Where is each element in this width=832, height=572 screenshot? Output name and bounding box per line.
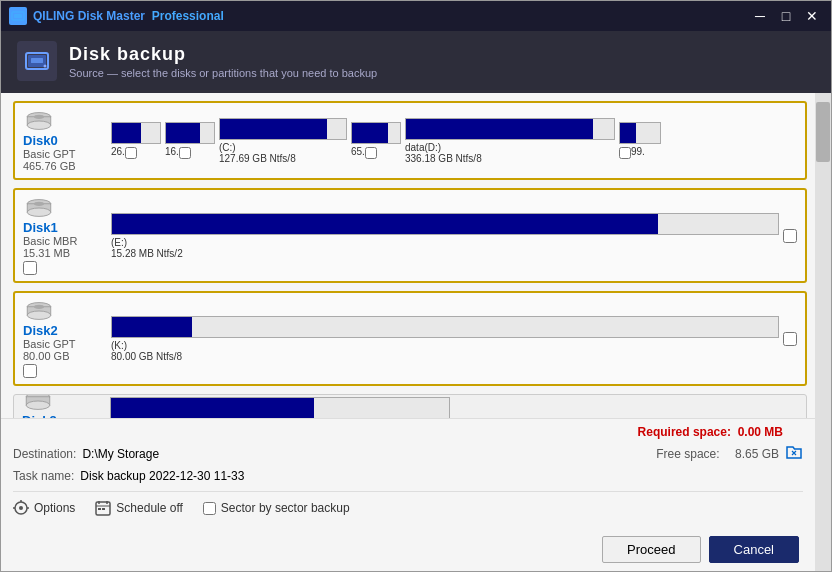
disk2-part1-checkbox[interactable] [783, 332, 797, 346]
disk-list[interactable]: Disk0 Basic GPT 465.76 GB 26. [1, 101, 815, 418]
svg-rect-1 [14, 14, 22, 18]
taskname-value: Disk backup 2022-12-30 11-33 [80, 469, 244, 483]
title-text: QILING Disk Master Professional [33, 9, 749, 23]
destination-left: Destination: D:\My Storage [13, 447, 159, 461]
disk0-part3[interactable]: (C:)127.69 GB Ntfs/8 [219, 118, 347, 164]
header-icon-box [17, 41, 57, 81]
title-bar: QILING Disk Master Professional ─ □ ✕ [1, 1, 831, 31]
disk0-name: Disk0 [23, 133, 58, 148]
disk0-part5-label: data(D:)336.18 GB Ntfs/8 [405, 142, 615, 164]
disk0-part6-label: 99. [619, 146, 661, 158]
disk-icon-3 [22, 394, 54, 413]
taskname-label: Task name: [13, 469, 74, 483]
content-area: Disk0 Basic GPT 465.76 GB 26. [1, 93, 831, 571]
destination-value: D:\My Storage [82, 447, 159, 461]
destination-row: Destination: D:\My Storage Free space: 8… [13, 443, 803, 465]
main-window: QILING Disk Master Professional ─ □ ✕ Di… [0, 0, 832, 572]
options-item[interactable]: Options [13, 500, 75, 516]
disk2-checkbox[interactable] [23, 364, 37, 378]
disk1-size: 15.31 MB [23, 247, 70, 259]
disk1-part1[interactable]: (E:)15.28 MB Ntfs/2 [111, 213, 779, 259]
disk1-checkbox[interactable] [23, 261, 37, 275]
schedule-icon [95, 500, 111, 516]
disk2-name: Disk2 [23, 323, 58, 338]
svg-point-16 [27, 311, 51, 319]
sector-checkbox[interactable] [203, 502, 216, 515]
disk0-part2-checkbox[interactable] [179, 147, 191, 159]
disk-info-3: Disk3 [22, 394, 102, 418]
disk1-part1-label: (E:)15.28 MB Ntfs/2 [111, 237, 779, 259]
maximize-button[interactable]: □ [775, 5, 797, 27]
disk-info-1: Disk1 Basic MBR 15.31 MB [23, 196, 103, 275]
required-space-value: 0.00 MB [738, 425, 783, 439]
taskname-row: Task name: Disk backup 2022-12-30 11-33 [13, 469, 803, 483]
svg-point-12 [27, 208, 51, 216]
sector-item[interactable]: Sector by sector backup [203, 501, 350, 515]
header-title: Disk backup [69, 44, 377, 65]
disk0-part1-checkbox[interactable] [125, 147, 137, 159]
disk-info-0: Disk0 Basic GPT 465.76 GB [23, 109, 103, 172]
options-icon [13, 500, 29, 516]
svg-point-20 [26, 401, 50, 409]
close-button[interactable]: ✕ [801, 5, 823, 27]
disk0-part5[interactable]: data(D:)336.18 GB Ntfs/8 [405, 118, 615, 164]
disk1-name: Disk1 [23, 220, 58, 235]
svg-point-8 [27, 121, 51, 129]
disk0-partitions: 26. 16. [111, 118, 797, 164]
disk0-part4-label: 65. [351, 146, 401, 158]
header-section: Disk backup Source — select the disks or… [1, 31, 831, 93]
disk1-type: Basic MBR [23, 235, 77, 247]
disk0-part4-checkbox[interactable] [365, 147, 377, 159]
cancel-button[interactable]: Cancel [709, 536, 799, 563]
scrollbar-thumb[interactable] [816, 102, 830, 162]
disk2-size: 80.00 GB [23, 350, 69, 362]
disk-icon-1 [23, 196, 55, 220]
disk3-partitions [110, 397, 798, 418]
disk0-part3-label: (C:)127.69 GB Ntfs/8 [219, 142, 347, 164]
destination-right: Free space: 8.65 GB [656, 443, 803, 465]
disk-icon-0 [23, 109, 55, 133]
free-space-value: 8.65 GB [735, 447, 779, 461]
required-space: Required space: 0.00 MB [13, 425, 803, 443]
schedule-label: Schedule off [116, 501, 183, 515]
destination-label: Destination: [13, 447, 76, 461]
browse-button[interactable] [785, 443, 803, 465]
window-controls: ─ □ ✕ [749, 5, 823, 27]
action-row: Proceed Cancel [13, 530, 803, 571]
title-brand: Professional [152, 9, 224, 23]
disk-card-1[interactable]: Disk1 Basic MBR 15.31 MB (E:)15.28 MB Nt… [13, 188, 807, 283]
disk2-part1[interactable]: (K:)80.00 GB Ntfs/8 [111, 316, 779, 362]
svg-point-17 [34, 305, 44, 309]
disk2-partitions: (K:)80.00 GB Ntfs/8 [111, 316, 797, 362]
schedule-item[interactable]: Schedule off [95, 500, 183, 516]
disk0-part6-checkbox[interactable] [619, 147, 631, 159]
svg-rect-30 [98, 508, 101, 510]
disk-info-2: Disk2 Basic GPT 80.00 GB [23, 299, 103, 378]
svg-point-9 [34, 115, 44, 119]
header-subtitle: Source — select the disks or partitions … [69, 67, 377, 79]
svg-rect-4 [31, 58, 43, 63]
disk1-part1-checkbox[interactable] [783, 229, 797, 243]
proceed-button[interactable]: Proceed [602, 536, 700, 563]
disk0-part2[interactable]: 16. [165, 122, 215, 158]
minimize-button[interactable]: ─ [749, 5, 771, 27]
sector-label: Sector by sector backup [221, 501, 350, 515]
title-prefix: QILING Disk Master [33, 9, 145, 23]
disk0-part1[interactable]: 26. [111, 122, 161, 158]
scrollbar[interactable] [815, 93, 831, 571]
svg-rect-31 [102, 508, 105, 510]
disk0-part4[interactable]: 65. [351, 122, 401, 158]
disk-icon-2 [23, 299, 55, 323]
disk0-size: 465.76 GB [23, 160, 76, 172]
free-space-label: Free space: [656, 447, 719, 461]
disk-card-0[interactable]: Disk0 Basic GPT 465.76 GB 26. [13, 101, 807, 180]
svg-point-5 [44, 65, 47, 68]
disk2-part1-label: (K:)80.00 GB Ntfs/8 [111, 340, 779, 362]
disk0-part6[interactable]: 99. [619, 122, 661, 158]
disk-card-2[interactable]: Disk2 Basic GPT 80.00 GB (K:)80.00 GB Nt… [13, 291, 807, 386]
disk3-part1[interactable] [110, 397, 450, 418]
options-row: Options Schedule off [13, 491, 803, 520]
disk-card-3[interactable]: Disk3 [13, 394, 807, 418]
disk2-type: Basic GPT [23, 338, 76, 350]
main-content: Disk0 Basic GPT 465.76 GB 26. [1, 93, 815, 571]
